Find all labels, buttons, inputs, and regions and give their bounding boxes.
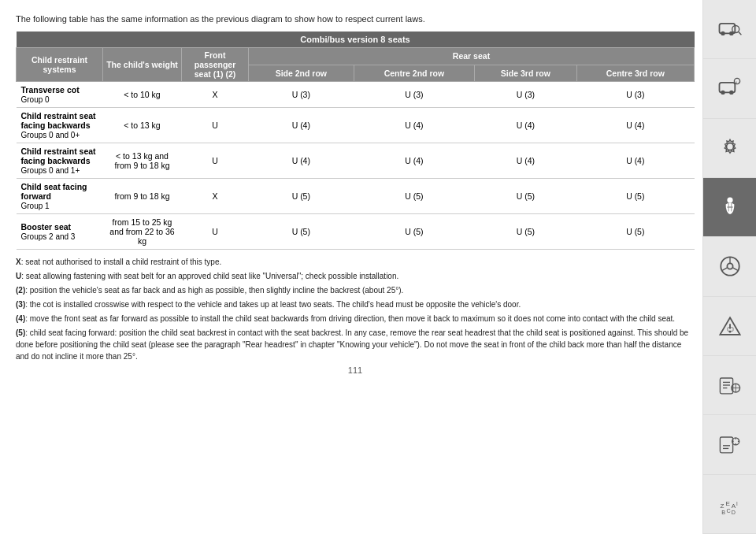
sidebar-item-car-search[interactable] [703, 0, 756, 59]
cell-centre-3rd: U (3) [576, 82, 694, 108]
cell-front: X [182, 82, 249, 108]
svg-line-15 [722, 268, 727, 271]
cell-label: Child restraint seat facing backwardsGro… [17, 143, 103, 179]
cell-weight: < to 13 kg [103, 108, 182, 143]
cell-centre-3rd: U (5) [576, 214, 694, 250]
svg-text:B: B [721, 508, 725, 515]
sidebar-item-steering[interactable] [703, 237, 756, 296]
cell-side-3rd: U (4) [475, 143, 576, 179]
sidebar-item-warning[interactable] [703, 297, 756, 356]
col-header-child-restraint: Child restraint systems [17, 48, 103, 82]
cell-side-2nd: U (4) [249, 143, 354, 179]
cell-weight: from 9 to 18 kg [103, 179, 182, 214]
col-centre-2nd: Centre 2nd row [354, 65, 475, 82]
cell-label: Child seat facing forwardGroup 1 [17, 179, 103, 214]
col-side-2nd: Side 2nd row [249, 65, 354, 82]
cell-label: Child restraint seat facing backwardsGro… [17, 108, 103, 143]
page-number: 111 [16, 365, 695, 375]
svg-point-10 [726, 143, 733, 150]
footnotes: X: seat not authorised to install a chil… [16, 256, 695, 362]
cell-side-3rd: U (5) [475, 179, 576, 214]
sidebar-item-tools[interactable] [703, 356, 756, 415]
col-header-weight: The child's weight [103, 48, 182, 82]
cell-weight: < to 10 kg [103, 82, 182, 108]
cell-front: U [182, 143, 249, 179]
table-row: Transverse cotGroup 0< to 10 kgXU (3)U (… [17, 82, 695, 108]
cell-front: X [182, 179, 249, 214]
footnote-3: (3): the cot is installed crosswise with… [16, 299, 695, 310]
sidebar-item-alphabet[interactable]: Z E A B C D I [703, 475, 756, 534]
cell-centre-2nd: U (5) [354, 179, 475, 214]
col-side-3rd: Side 3rd row [475, 65, 576, 82]
svg-text:C: C [726, 507, 730, 514]
cell-side-3rd: U (3) [475, 82, 576, 108]
svg-line-16 [732, 268, 737, 271]
sidebar: i [702, 0, 756, 534]
svg-rect-21 [720, 378, 732, 394]
svg-point-11 [727, 198, 732, 203]
sidebar-item-car-info[interactable]: i [703, 59, 756, 118]
cell-centre-3rd: U (4) [576, 143, 694, 179]
svg-text:I: I [736, 501, 738, 506]
sidebar-item-car-settings[interactable] [703, 119, 756, 178]
cell-weight: < to 13 kg and from 9 to 18 kg [103, 143, 182, 179]
col-header-rear: Rear seat [249, 48, 695, 65]
cell-side-2nd: U (5) [249, 179, 354, 214]
cell-centre-2nd: U (4) [354, 143, 475, 179]
cell-centre-3rd: U (5) [576, 179, 694, 214]
table-row: Child restraint seat facing backwardsGro… [17, 143, 695, 179]
cell-weight: from 15 to 25 kg and from 22 to 36 kg [103, 214, 182, 250]
intro-paragraph: The following table has the same informa… [16, 14, 695, 24]
sidebar-item-settings-gear[interactable] [703, 415, 756, 474]
cell-label: Transverse cotGroup 0 [17, 82, 103, 108]
svg-point-3 [732, 26, 739, 33]
footnote-1: U: seat allowing fastening with seat bel… [16, 270, 695, 282]
svg-point-1 [721, 32, 724, 35]
cell-side-2nd: U (5) [249, 214, 354, 250]
compliance-table: Combi/bus version 8 seats Child restrain… [16, 32, 695, 250]
main-content: The following table has the same informa… [0, 0, 702, 534]
footnote-0: X: seat not authorised to install a chil… [16, 256, 695, 268]
cell-side-2nd: U (3) [249, 82, 354, 108]
table-row: Child restraint seat facing backwardsGro… [17, 108, 695, 143]
svg-line-4 [738, 32, 741, 35]
table-row: Booster seatGroups 2 and 3from 15 to 25 … [17, 214, 695, 250]
col-centre-3rd: Centre 3rd row [576, 65, 694, 82]
footnote-5: (5): child seat facing forward: position… [16, 327, 695, 362]
cell-front: U [182, 214, 249, 250]
svg-point-13 [727, 264, 732, 269]
cell-side-3rd: U (4) [475, 108, 576, 143]
svg-text:E: E [725, 500, 730, 507]
footnote-2: (2): position the vehicle's seat as far … [16, 284, 695, 296]
cell-side-2nd: U (4) [249, 108, 354, 143]
svg-text:D: D [731, 508, 735, 515]
cell-label: Booster seatGroups 2 and 3 [17, 214, 103, 250]
sidebar-item-child-seat[interactable] [703, 178, 756, 237]
table-row: Child seat facing forwardGroup 1from 9 t… [17, 179, 695, 214]
cell-centre-2nd: U (3) [354, 82, 475, 108]
cell-centre-2nd: U (5) [354, 214, 475, 250]
footnote-4: (4): move the front seat as far forward … [16, 313, 695, 324]
svg-point-6 [721, 91, 724, 95]
cell-centre-3rd: U (4) [576, 108, 694, 143]
cell-front: U [182, 108, 249, 143]
col-header-front: Front passenger seat (1) (2) [182, 48, 249, 82]
table-title: Combi/bus version 8 seats [17, 32, 695, 48]
cell-centre-2nd: U (4) [354, 108, 475, 143]
svg-rect-28 [720, 437, 732, 453]
svg-point-7 [729, 91, 733, 95]
cell-side-3rd: U (5) [475, 214, 576, 250]
